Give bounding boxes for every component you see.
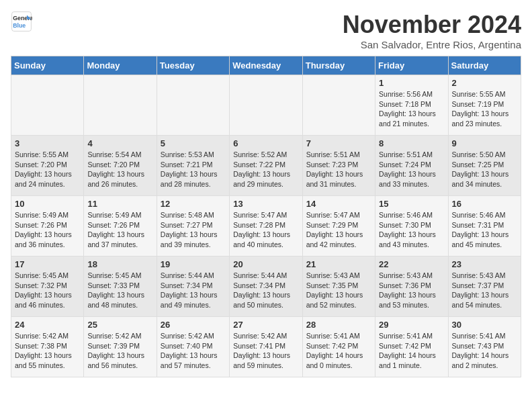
day-cell: 22Sunrise: 5:43 AM Sunset: 7:36 PM Dayli… — [375, 257, 448, 317]
day-number: 6 — [233, 138, 298, 148]
day-number: 17 — [15, 259, 80, 269]
header-friday: Friday — [375, 56, 448, 75]
day-number: 30 — [452, 320, 517, 330]
day-cell — [230, 75, 302, 136]
day-cell: 21Sunrise: 5:43 AM Sunset: 7:35 PM Dayli… — [302, 257, 375, 317]
day-info: Sunrise: 5:43 AM Sunset: 7:36 PM Dayligh… — [379, 271, 444, 310]
day-cell: 8Sunrise: 5:51 AM Sunset: 7:24 PM Daylig… — [375, 136, 448, 196]
day-number: 10 — [15, 199, 80, 209]
day-number: 20 — [233, 259, 298, 269]
header-saturday: Saturday — [448, 56, 521, 75]
day-number: 3 — [15, 138, 80, 148]
day-info: Sunrise: 5:45 AM Sunset: 7:33 PM Dayligh… — [87, 271, 152, 310]
day-cell: 24Sunrise: 5:42 AM Sunset: 7:38 PM Dayli… — [11, 317, 84, 377]
page-header: General Blue November 2024 San Salvador,… — [11, 11, 521, 50]
day-cell: 10Sunrise: 5:49 AM Sunset: 7:26 PM Dayli… — [11, 196, 84, 257]
week-row-5: 24Sunrise: 5:42 AM Sunset: 7:38 PM Dayli… — [11, 317, 521, 377]
day-info: Sunrise: 5:51 AM Sunset: 7:23 PM Dayligh… — [306, 150, 371, 189]
day-info: Sunrise: 5:46 AM Sunset: 7:30 PM Dayligh… — [379, 210, 444, 250]
day-cell: 25Sunrise: 5:42 AM Sunset: 7:39 PM Dayli… — [84, 317, 157, 377]
day-number: 16 — [452, 199, 517, 209]
header-thursday: Thursday — [302, 56, 375, 75]
day-cell: 11Sunrise: 5:49 AM Sunset: 7:26 PM Dayli… — [84, 196, 157, 257]
day-info: Sunrise: 5:42 AM Sunset: 7:39 PM Dayligh… — [87, 331, 152, 371]
day-number: 28 — [306, 320, 371, 330]
day-info: Sunrise: 5:46 AM Sunset: 7:31 PM Dayligh… — [452, 210, 517, 250]
day-info: Sunrise: 5:41 AM Sunset: 7:42 PM Dayligh… — [306, 331, 371, 371]
day-cell: 28Sunrise: 5:41 AM Sunset: 7:42 PM Dayli… — [302, 317, 375, 377]
day-info: Sunrise: 5:42 AM Sunset: 7:40 PM Dayligh… — [161, 331, 226, 371]
day-number: 18 — [87, 259, 152, 269]
day-number: 2 — [452, 78, 517, 88]
day-info: Sunrise: 5:49 AM Sunset: 7:26 PM Dayligh… — [15, 210, 80, 250]
day-info: Sunrise: 5:43 AM Sunset: 7:35 PM Dayligh… — [306, 271, 371, 310]
day-info: Sunrise: 5:43 AM Sunset: 7:37 PM Dayligh… — [452, 271, 517, 310]
day-info: Sunrise: 5:55 AM Sunset: 7:20 PM Dayligh… — [15, 150, 80, 189]
day-number: 24 — [15, 320, 80, 330]
day-cell: 14Sunrise: 5:47 AM Sunset: 7:29 PM Dayli… — [302, 196, 375, 257]
day-number: 15 — [379, 199, 444, 209]
week-row-4: 17Sunrise: 5:45 AM Sunset: 7:32 PM Dayli… — [11, 257, 521, 317]
day-info: Sunrise: 5:53 AM Sunset: 7:21 PM Dayligh… — [161, 150, 226, 189]
day-number: 26 — [161, 320, 226, 330]
day-info: Sunrise: 5:52 AM Sunset: 7:22 PM Dayligh… — [233, 150, 298, 189]
logo-icon: General Blue — [11, 11, 32, 32]
day-info: Sunrise: 5:47 AM Sunset: 7:28 PM Dayligh… — [233, 210, 298, 250]
day-number: 12 — [161, 199, 226, 209]
day-info: Sunrise: 5:47 AM Sunset: 7:29 PM Dayligh… — [306, 210, 371, 250]
day-cell: 3Sunrise: 5:55 AM Sunset: 7:20 PM Daylig… — [11, 136, 84, 196]
header-wednesday: Wednesday — [230, 56, 302, 75]
header-sunday: Sunday — [11, 56, 84, 75]
day-number: 8 — [379, 138, 444, 148]
header-tuesday: Tuesday — [157, 56, 229, 75]
day-cell: 9Sunrise: 5:50 AM Sunset: 7:25 PM Daylig… — [448, 136, 521, 196]
day-info: Sunrise: 5:49 AM Sunset: 7:26 PM Dayligh… — [87, 210, 152, 250]
day-info: Sunrise: 5:50 AM Sunset: 7:25 PM Dayligh… — [452, 150, 517, 189]
day-info: Sunrise: 5:55 AM Sunset: 7:19 PM Dayligh… — [452, 89, 517, 129]
calendar-table: SundayMondayTuesdayWednesdayThursdayFrid… — [11, 56, 521, 377]
day-cell — [11, 75, 84, 136]
day-cell: 2Sunrise: 5:55 AM Sunset: 7:19 PM Daylig… — [448, 75, 521, 136]
day-cell: 29Sunrise: 5:41 AM Sunset: 7:42 PM Dayli… — [375, 317, 448, 377]
day-number: 22 — [379, 259, 444, 269]
page-subtitle: San Salvador, Entre Rios, Argentina — [343, 39, 521, 50]
day-cell: 4Sunrise: 5:54 AM Sunset: 7:20 PM Daylig… — [84, 136, 157, 196]
day-number: 21 — [306, 259, 371, 269]
day-number: 29 — [379, 320, 444, 330]
day-info: Sunrise: 5:41 AM Sunset: 7:43 PM Dayligh… — [452, 331, 517, 371]
day-number: 23 — [452, 259, 517, 269]
day-number: 19 — [161, 259, 226, 269]
day-number: 1 — [379, 78, 444, 88]
day-cell: 23Sunrise: 5:43 AM Sunset: 7:37 PM Dayli… — [448, 257, 521, 317]
day-cell: 5Sunrise: 5:53 AM Sunset: 7:21 PM Daylig… — [157, 136, 229, 196]
day-info: Sunrise: 5:44 AM Sunset: 7:34 PM Dayligh… — [233, 271, 298, 310]
week-row-3: 10Sunrise: 5:49 AM Sunset: 7:26 PM Dayli… — [11, 196, 521, 257]
day-cell: 16Sunrise: 5:46 AM Sunset: 7:31 PM Dayli… — [448, 196, 521, 257]
day-cell: 30Sunrise: 5:41 AM Sunset: 7:43 PM Dayli… — [448, 317, 521, 377]
day-cell: 19Sunrise: 5:44 AM Sunset: 7:34 PM Dayli… — [157, 257, 229, 317]
day-cell: 26Sunrise: 5:42 AM Sunset: 7:40 PM Dayli… — [157, 317, 229, 377]
week-row-1: 1Sunrise: 5:56 AM Sunset: 7:18 PM Daylig… — [11, 75, 521, 136]
day-cell — [157, 75, 229, 136]
day-cell: 27Sunrise: 5:42 AM Sunset: 7:41 PM Dayli… — [230, 317, 302, 377]
day-info: Sunrise: 5:51 AM Sunset: 7:24 PM Dayligh… — [379, 150, 444, 189]
day-cell: 7Sunrise: 5:51 AM Sunset: 7:23 PM Daylig… — [302, 136, 375, 196]
day-cell: 6Sunrise: 5:52 AM Sunset: 7:22 PM Daylig… — [230, 136, 302, 196]
day-number: 5 — [161, 138, 226, 148]
day-cell: 13Sunrise: 5:47 AM Sunset: 7:28 PM Dayli… — [230, 196, 302, 257]
day-info: Sunrise: 5:45 AM Sunset: 7:32 PM Dayligh… — [15, 271, 80, 310]
day-cell: 15Sunrise: 5:46 AM Sunset: 7:30 PM Dayli… — [375, 196, 448, 257]
day-info: Sunrise: 5:42 AM Sunset: 7:41 PM Dayligh… — [233, 331, 298, 371]
title-block: November 2024 San Salvador, Entre Rios, … — [343, 11, 521, 50]
day-number: 14 — [306, 199, 371, 209]
header-monday: Monday — [84, 56, 157, 75]
day-cell — [302, 75, 375, 136]
day-info: Sunrise: 5:41 AM Sunset: 7:42 PM Dayligh… — [379, 331, 444, 371]
day-number: 7 — [306, 138, 371, 148]
logo: General Blue — [11, 11, 32, 32]
week-row-2: 3Sunrise: 5:55 AM Sunset: 7:20 PM Daylig… — [11, 136, 521, 196]
day-cell: 12Sunrise: 5:48 AM Sunset: 7:27 PM Dayli… — [157, 196, 229, 257]
day-number: 9 — [452, 138, 517, 148]
day-info: Sunrise: 5:44 AM Sunset: 7:34 PM Dayligh… — [161, 271, 226, 310]
day-cell: 20Sunrise: 5:44 AM Sunset: 7:34 PM Dayli… — [230, 257, 302, 317]
